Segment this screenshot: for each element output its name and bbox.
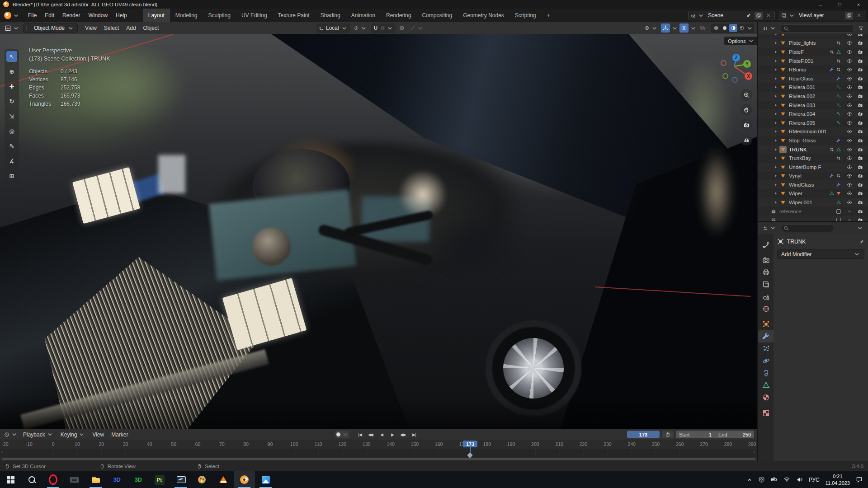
disable-in-render-camera-icon[interactable] bbox=[855, 94, 866, 99]
scene[interactable] bbox=[758, 291, 774, 303]
start-button[interactable] bbox=[0, 471, 21, 488]
paint-app[interactable] bbox=[191, 471, 212, 488]
disable-in-render-camera-icon[interactable] bbox=[855, 173, 866, 178]
navigation-gizmo[interactable]: Z Y X bbox=[716, 48, 757, 89]
hide-in-viewport-eye-icon[interactable] bbox=[844, 40, 855, 46]
workspace-tab[interactable]: + bbox=[542, 9, 556, 22]
viewport-menu-item[interactable]: Add bbox=[123, 25, 139, 31]
outliner-row[interactable]: Riviera.003 bbox=[758, 101, 868, 110]
hide-in-viewport-eye-icon[interactable] bbox=[844, 155, 855, 161]
chevron-down-icon[interactable] bbox=[844, 209, 855, 214]
workspace-tab[interactable]: Geometry Nodes bbox=[458, 9, 509, 22]
hide-in-viewport-eye-icon[interactable] bbox=[844, 49, 855, 55]
object-name[interactable]: Riviera.005 bbox=[789, 120, 835, 126]
timeline-track-area[interactable] bbox=[0, 449, 757, 457]
wifi-icon[interactable] bbox=[783, 476, 790, 483]
disable-in-render-camera-icon[interactable] bbox=[855, 67, 866, 72]
file-explorer[interactable] bbox=[85, 471, 106, 488]
playhead-frame-badge[interactable]: 173 bbox=[463, 441, 477, 447]
tool-cursor[interactable]: ⊕ bbox=[6, 66, 17, 77]
show-object-types-dropdown[interactable] bbox=[642, 23, 660, 33]
zoom-button[interactable] bbox=[741, 89, 752, 101]
use-preview-range-stopwatch-icon[interactable] bbox=[662, 431, 674, 438]
hide-in-viewport-eye-icon[interactable] bbox=[844, 94, 855, 99]
menu-item[interactable]: Edit bbox=[41, 9, 58, 22]
disclosure-arrow-icon[interactable] bbox=[775, 104, 777, 107]
disclosure-arrow-icon[interactable] bbox=[775, 148, 777, 151]
pivot-point-dropdown[interactable] bbox=[352, 23, 369, 33]
outliner-row[interactable]: UnderBump F bbox=[758, 163, 868, 172]
current-frame-field[interactable]: 173 bbox=[627, 431, 660, 438]
menu-item[interactable]: Help bbox=[112, 9, 131, 22]
menu-item[interactable]: Window bbox=[84, 9, 112, 22]
auto-keying-record-button[interactable] bbox=[335, 431, 349, 438]
gizmo-axis-y-negative[interactable] bbox=[722, 73, 728, 79]
hide-in-viewport-eye-icon[interactable] bbox=[844, 120, 855, 126]
clock[interactable]: 0:21 11.04.2023 bbox=[826, 473, 850, 486]
disable-in-render-camera-icon[interactable] bbox=[855, 58, 866, 64]
disable-in-render-camera-icon[interactable] bbox=[855, 191, 866, 196]
disable-in-render-camera-icon[interactable] bbox=[855, 209, 866, 214]
tool-measure[interactable]: ∡ bbox=[6, 155, 17, 166]
snap-toggle-icon[interactable] bbox=[373, 25, 378, 31]
hide-in-viewport-eye-icon[interactable] bbox=[844, 76, 855, 81]
substance-painter[interactable]: Pt bbox=[149, 471, 170, 488]
workspace-tab[interactable]: Sculpting bbox=[203, 9, 236, 22]
outliner-filter-icon[interactable] bbox=[856, 24, 865, 33]
opera[interactable] bbox=[42, 471, 64, 488]
disclosure-arrow-icon[interactable] bbox=[775, 157, 777, 160]
show-gizmo-toggle-icon[interactable] bbox=[661, 23, 670, 33]
tool-add-cube[interactable]: ⊞ bbox=[6, 170, 17, 181]
outliner-row[interactable] bbox=[758, 216, 868, 221]
outliner-row[interactable]: Riviera.005 bbox=[758, 118, 868, 127]
outliner-row[interactable]: reference bbox=[758, 207, 868, 216]
outliner-row[interactable]: Riviera.001 bbox=[758, 83, 868, 92]
disclosure-arrow-icon[interactable] bbox=[775, 51, 777, 53]
view-layer[interactable] bbox=[758, 278, 774, 291]
object-name[interactable]: RearGlass bbox=[789, 76, 835, 81]
disable-in-render-camera-icon[interactable] bbox=[855, 164, 866, 170]
jump-to-start[interactable]: |◀ bbox=[354, 431, 365, 438]
disable-in-render-camera-icon[interactable] bbox=[855, 40, 866, 46]
outliner-row[interactable]: Wiper bbox=[758, 189, 868, 198]
outliner-row[interactable]: TRUNK bbox=[758, 145, 868, 154]
workspace-tab[interactable]: Shading bbox=[315, 9, 346, 22]
tool-scale[interactable]: ⇲ bbox=[6, 111, 17, 122]
play[interactable]: ▶ bbox=[387, 431, 398, 438]
disclosure-arrow-icon[interactable] bbox=[775, 192, 777, 195]
tool-rotate[interactable]: ↻ bbox=[6, 96, 17, 107]
disable-in-render-camera-icon[interactable] bbox=[855, 111, 866, 117]
menu-item[interactable]: Render bbox=[58, 9, 84, 22]
search-button[interactable] bbox=[21, 471, 42, 488]
object-name[interactable]: RMeshmain.001 bbox=[789, 129, 841, 134]
exclude-checkbox[interactable] bbox=[833, 209, 844, 214]
object-name[interactable]: TRUNK bbox=[789, 147, 829, 152]
hide-in-viewport-eye-icon[interactable] bbox=[844, 58, 855, 64]
outliner-row[interactable]: Stop_Glass bbox=[758, 136, 868, 145]
disable-in-render-camera-icon[interactable] bbox=[855, 84, 866, 90]
object-name[interactable]: WindGlass bbox=[789, 182, 835, 188]
gizmo-axis-z-negative[interactable] bbox=[732, 77, 738, 83]
chevron-down-icon[interactable] bbox=[844, 218, 855, 221]
hide-in-viewport-eye-icon[interactable] bbox=[844, 67, 855, 72]
disclosure-arrow-icon[interactable] bbox=[775, 201, 777, 204]
constraints[interactable] bbox=[758, 367, 774, 379]
camera-view-button[interactable] bbox=[741, 119, 752, 131]
action-center-icon[interactable] bbox=[856, 476, 863, 483]
outliner-row[interactable]: Vynyl bbox=[758, 172, 868, 181]
material[interactable] bbox=[758, 391, 774, 404]
outliner-row[interactable]: WindGlass bbox=[758, 180, 868, 189]
hide-in-viewport-eye-icon[interactable] bbox=[844, 129, 855, 134]
particles[interactable] bbox=[758, 343, 774, 355]
timeline-scrollbar[interactable] bbox=[0, 457, 757, 461]
outliner-display-mode-dropdown[interactable] bbox=[761, 24, 778, 33]
disclosure-arrow-icon[interactable] bbox=[775, 113, 777, 115]
disclosure-arrow-icon[interactable] bbox=[775, 95, 777, 98]
mode-dropdown[interactable]: Object Mode bbox=[23, 23, 78, 33]
new-scene-icon[interactable] bbox=[755, 12, 763, 19]
outliner-row[interactable]: RearGlass bbox=[758, 74, 868, 83]
volume-icon[interactable] bbox=[796, 476, 803, 483]
hide-in-viewport-eye-icon[interactable] bbox=[844, 147, 855, 152]
disable-in-render-camera-icon[interactable] bbox=[855, 217, 866, 221]
hide-in-viewport-eye-icon[interactable] bbox=[844, 191, 855, 196]
